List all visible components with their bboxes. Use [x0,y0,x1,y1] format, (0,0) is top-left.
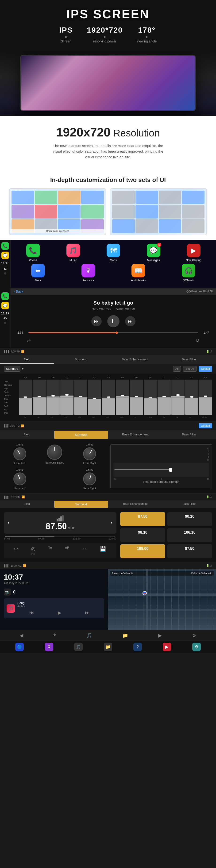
radio-icon-ta[interactable]: TA [48,546,52,555]
back-arrow-icon: ↩ [14,546,18,552]
tab-bass-enhancement[interactable]: Bass Enhancement [108,355,162,364]
shuffle-icon[interactable]: ⇌ [27,338,31,343]
bottom-app-3[interactable]: 🎵 [74,643,83,651]
nav-next-icon[interactable]: ⏭ [85,610,90,616]
eq-band-label-11: 2.0 [162,376,165,379]
eq-left-labels: User Standard Pop Rock Classic Jazz Folk… [4,380,18,415]
app-messages[interactable]: 💬 5 Messages [135,244,172,262]
app-phone[interactable]: 📞 Phone [14,244,52,262]
player-main: ‹ Back QQMusic — 18 of 48 So baby let it… [10,288,216,348]
radio-tabs-row: Field Surround Bass Enhancement Bass Fil… [0,500,216,508]
nav-bottom-filemanager[interactable]: 📁 [122,632,128,638]
preset-108-00[interactable]: 108.00 [120,544,165,558]
bottom-app-2[interactable]: 🎙 [45,643,53,651]
pause-button[interactable]: ⏸ [107,315,119,327]
eq-setup-button[interactable]: Set Up [183,366,197,372]
audiobooks-icon: 📖 [132,264,145,277]
nav-bottom-video[interactable]: ▶ [158,632,162,638]
radio-tab-bass-enh[interactable]: Bass Enhancement [108,500,162,508]
radio-icon-ptt[interactable]: ◎ PTT [31,546,35,555]
radio-prev-button[interactable]: ‹ [7,520,9,526]
tab-bass-filter[interactable]: Bass Filter [162,355,216,364]
player-side-icon1[interactable]: 📞 [1,292,9,300]
knob-rear-right[interactable]: 1.5ms Rear Right [74,468,106,490]
tab-field[interactable]: Field [0,355,54,364]
app-back[interactable]: ⬅ Back [14,264,62,282]
surround-tab-bass-enh[interactable]: Bass Enhancement [108,430,162,439]
freq-97-75: 97.75 [38,537,45,540]
player-time-value: 11:17 [1,311,9,315]
bottom-app-5[interactable]: ? [133,643,142,651]
prev-button[interactable]: ⏮ [91,316,102,327]
eq-section: ▌▌▌ 3:05 PM 📶 🔋18 Field Surround Bass En… [0,348,216,421]
app-nowplaying[interactable]: ▶ Now Playing [175,244,212,262]
nav-car-marker: 🚗 [142,591,147,595]
repeat-icon[interactable]: ↺ [195,338,199,343]
radio-freq-value: 87.50 MHz [46,522,75,531]
side-phone-icon[interactable]: 📞 [1,242,9,250]
eq-all-button[interactable]: All [173,366,181,372]
eq-preset-select[interactable]: Standard ▼ [4,366,24,372]
side-msg-icon[interactable]: 💬 [1,252,9,259]
radio-freq-number: 87.50 [46,522,67,531]
next-button[interactable]: ⏭ [125,316,135,327]
nav-prev-icon[interactable]: ⏮ [29,610,34,616]
ips-spec-res-value: 1920*720 [87,26,123,34]
radio-icon-back[interactable]: ↩ [14,546,18,555]
freq-label-1-25k: 1.25k [147,416,152,418]
radio-tab-surround[interactable]: Surround [54,501,108,508]
nav-bottom-music[interactable]: 🎵 [86,632,92,638]
bottom-app-1[interactable]: 🔵 [15,643,24,651]
surround-h-handle[interactable] [169,468,172,472]
progress-handle[interactable] [115,332,118,334]
surround-h-slider-track[interactable] [113,463,209,477]
preset-106-10[interactable]: 106.10 [167,528,212,542]
preset-98-10[interactable]: 98.10 [120,528,165,542]
nav-bottom-back[interactable]: ◀ [20,632,23,638]
app-music[interactable]: 🎵 Music [54,244,92,262]
radio-tab-field[interactable]: Field [0,500,54,508]
knob-rr-value: 1.5ms [86,468,93,471]
radio-next-button[interactable]: › [111,520,113,526]
player-back-button[interactable]: ‹ Back [14,289,23,293]
player-side-icon2[interactable]: 💬 [1,302,9,309]
knob-front-right[interactable]: 1.0ms Front Right [74,443,106,464]
radio-tab-bass-filter[interactable]: Bass Filter [162,500,216,508]
app-qqmusic[interactable]: 🎧 QQMusic [165,264,212,282]
bottom-app-6[interactable]: ▶ [163,643,171,651]
eq-band-label-12: 3.0 [176,376,179,379]
ptt-label: PTT [31,553,35,555]
surround-tab-surround[interactable]: Surround [54,431,108,439]
bottom-app-4[interactable]: 📁 [104,643,112,651]
app-podcasts[interactable]: 🎙 Podcasts [64,264,112,282]
knob-rear-left[interactable]: 1.5ms Rear Left [4,468,36,490]
knob-surround-space[interactable]: Surround Space [39,443,71,464]
knob-front-left[interactable]: 1.0ms Front Left [4,443,36,464]
eq-band-label-6: 3.0 [93,376,96,379]
tab-surround[interactable]: Surround [54,355,108,364]
eq-default-button[interactable]: Default [199,366,212,372]
surround-tab-field[interactable]: Field [0,430,54,439]
surround-default-button[interactable]: Default [199,423,212,428]
preset-87-50[interactable]: 87.50 [120,512,165,526]
surround-header-left: ▌▌▌ 3:05 PM 📶 [4,424,24,428]
radio-section: ▌▌▌ 3:07 PM 📶 🔋16 Field Surround Bass En… [0,493,216,562]
nav-play-icon[interactable]: ▶ [58,610,61,616]
nav-destination: Paseo de Valencia [112,572,133,575]
bottom-app-7[interactable]: ⚙ [192,643,201,651]
radio-icon-wave[interactable]: 〰 [82,546,87,555]
app-audiobooks[interactable]: 📖 Audiobooks [115,264,162,282]
radio-freq-range: 87.65 97.75 102.90 108.00 [4,536,116,540]
surround-header: ▌▌▌ 3:05 PM 📶 Default [0,421,216,430]
preset-87-50-b[interactable]: 87.50 [167,544,212,558]
nav-bottom-settings[interactable]: ⚙ [192,632,196,638]
app-maps[interactable]: 🗺 Maps [94,244,132,262]
radio-icon-save[interactable]: 💾 [100,546,106,555]
preset-90-10[interactable]: 90.10 [167,512,212,526]
nav-camera-icon[interactable]: 📷 [4,589,11,595]
radio-icon-af[interactable]: AF [65,546,69,555]
progress-track[interactable] [28,332,198,333]
ips-spec-ips-value: IPS [59,26,73,34]
nav-bottom-bluetooth[interactable]: ⊕ [53,632,56,638]
surround-tab-bass-filter[interactable]: Bass Filter [162,430,216,439]
